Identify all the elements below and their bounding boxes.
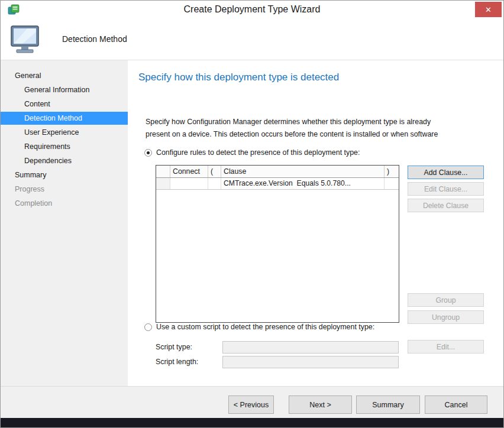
script-type-input[interactable] <box>222 341 399 354</box>
sidebar-item-general[interactable]: General <box>1 69 128 82</box>
edit-script-button[interactable]: Edit... <box>408 340 484 354</box>
previous-button[interactable]: < Previous <box>228 395 274 414</box>
detection-rules-table[interactable]: Connect ( Clause ) ▶ CMTrace.exe.Version… <box>156 165 399 323</box>
description-line-2: present on a device. This detection occu… <box>146 128 438 141</box>
content-description: Specify how Configuration Manager determ… <box>146 116 438 141</box>
sidebar-item-general-information[interactable]: General Information <box>1 83 128 96</box>
script-type-label: Script type: <box>156 343 192 351</box>
sidebar-item-user-experience[interactable]: User Experience <box>1 126 128 139</box>
window-title: Create Deployment Type Wizard <box>1 4 503 15</box>
sidebar-item-content[interactable]: Content <box>1 98 128 111</box>
script-length-input[interactable] <box>222 356 399 368</box>
radio-configure-rules[interactable]: Configure rules to detect the presence o… <box>144 148 360 157</box>
column-header-close-paren: ) <box>385 166 399 177</box>
radio-custom-script[interactable]: Use a custom script to detect the presen… <box>144 323 374 331</box>
radio-custom-script-label: Use a custom script to detect the presen… <box>156 323 374 331</box>
page-title: Detection Method <box>62 34 127 44</box>
table-row[interactable]: ▶ CMTrace.exe.Version Equals 5.0.780... <box>156 178 399 190</box>
cell-close-paren <box>385 178 399 189</box>
cancel-button[interactable]: Cancel <box>425 395 487 414</box>
cell-open-paren <box>208 178 221 189</box>
sidebar-item-dependencies[interactable]: Dependencies <box>1 154 128 167</box>
next-button[interactable]: Next > <box>289 395 352 414</box>
sidebar-item-completion: Completion <box>1 197 128 210</box>
bottom-dark-strip <box>1 418 503 428</box>
description-line-1: Specify how Configuration Manager determ… <box>146 116 438 128</box>
content-heading: Specify how this deployment type is dete… <box>138 72 339 83</box>
edit-clause-button[interactable]: Edit Clause... <box>408 182 484 196</box>
sidebar-item-progress: Progress <box>1 183 128 196</box>
add-clause-button[interactable]: Add Clause... <box>408 166 484 179</box>
column-header-open-paren: ( <box>208 166 221 177</box>
cell-clause: CMTrace.exe.Version Equals 5.0.780... <box>221 178 385 189</box>
radio-configure-rules-label: Configure rules to detect the presence o… <box>156 148 360 157</box>
wizard-sidebar: General General Information Content Dete… <box>1 60 128 386</box>
script-length-label: Script length: <box>156 358 198 366</box>
radio-selected-icon <box>144 149 152 157</box>
table-header-row: Connect ( Clause ) <box>156 166 399 178</box>
summary-button[interactable]: Summary <box>356 395 420 414</box>
group-button[interactable]: Group <box>408 293 484 307</box>
wizard-footer: < Previous Next > Summary Cancel <box>1 386 503 418</box>
close-icon: ✕ <box>485 5 492 14</box>
delete-clause-button[interactable]: Delete Clause <box>408 199 484 212</box>
radio-unselected-icon <box>144 323 152 331</box>
column-header-clause: Clause <box>221 166 385 177</box>
titlebar: Create Deployment Type Wizard ✕ <box>1 1 503 18</box>
sidebar-item-detection-method[interactable]: Detection Method <box>1 112 128 125</box>
sidebar-item-summary[interactable]: Summary <box>1 168 128 181</box>
column-header-connect: Connect <box>170 166 208 177</box>
page-header: Detection Method <box>1 18 503 60</box>
sidebar-item-requirements[interactable]: Requirements <box>1 140 128 153</box>
ungroup-button[interactable]: Ungroup <box>408 310 484 324</box>
wizard-content: Specify how this deployment type is dete… <box>128 60 503 386</box>
cell-connect <box>170 178 208 189</box>
column-header-selector <box>156 166 170 177</box>
wizard-window: Create Deployment Type Wizard ✕ Detectio… <box>0 0 504 428</box>
row-selector-cell[interactable]: ▶ <box>156 178 170 189</box>
close-button[interactable]: ✕ <box>475 2 502 17</box>
computer-icon <box>9 24 43 55</box>
